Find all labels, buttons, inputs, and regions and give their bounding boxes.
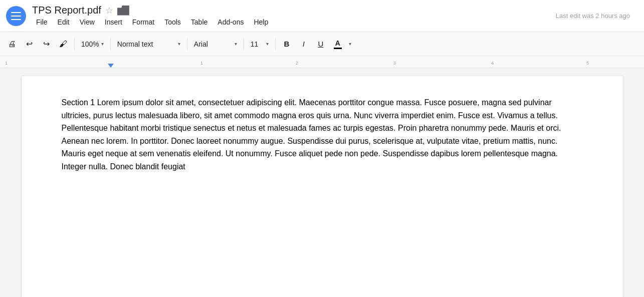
folder-icon[interactable] bbox=[117, 6, 129, 16]
star-icon[interactable]: ☆ bbox=[105, 5, 113, 16]
print-icon: 🖨 bbox=[8, 40, 16, 49]
menu-help[interactable]: Help bbox=[250, 17, 272, 27]
header: TPS Report.pdf ☆ File Edit View Insert F… bbox=[0, 0, 644, 32]
redo-icon: ↪ bbox=[43, 39, 50, 49]
document-page: Section 1 Lorem ipsum dolor sit amet, co… bbox=[22, 76, 623, 297]
title-row: TPS Report.pdf ☆ bbox=[32, 5, 556, 16]
font-color-button[interactable]: A bbox=[330, 36, 346, 52]
menu-addons[interactable]: Add-ons bbox=[213, 17, 248, 27]
ruler-number-6: 5 bbox=[586, 61, 589, 66]
menu-edit[interactable]: Edit bbox=[54, 17, 74, 27]
undo-icon: ↩ bbox=[26, 39, 33, 49]
toolbar-separator-1 bbox=[74, 38, 75, 50]
italic-button[interactable]: I bbox=[296, 36, 312, 52]
ruler-inner: 1 1 2 3 4 5 bbox=[0, 56, 644, 68]
menu-bar: File Edit View Insert Format Tools Table… bbox=[32, 17, 556, 27]
font-family-dropdown[interactable]: Arial ▾ bbox=[190, 36, 241, 52]
font-dropdown-arrow: ▾ bbox=[235, 41, 237, 47]
ruler-number-1: 1 bbox=[5, 61, 8, 66]
toolbar: 🖨 ↩ ↪ 🖌 100% ▾ Normal text ▾ Arial ▾ 11 … bbox=[0, 32, 644, 56]
print-button[interactable]: 🖨 bbox=[4, 36, 20, 52]
undo-button[interactable]: ↩ bbox=[21, 36, 37, 52]
last-edit-status: Last edit was 2 hours ago bbox=[556, 12, 638, 20]
underline-icon: U bbox=[318, 40, 323, 48]
menu-table[interactable]: Table bbox=[187, 17, 211, 27]
menu-insert[interactable]: Insert bbox=[101, 17, 126, 27]
bold-button[interactable]: B bbox=[279, 36, 295, 52]
bold-icon: B bbox=[284, 40, 289, 48]
ruler-number-3: 2 bbox=[296, 61, 298, 66]
font-color-dropdown-arrow[interactable]: ▾ bbox=[349, 41, 351, 47]
document-title[interactable]: TPS Report.pdf bbox=[32, 5, 101, 16]
menu-format[interactable]: Format bbox=[128, 17, 158, 27]
toolbar-separator-4 bbox=[244, 38, 244, 50]
menu-tools[interactable]: Tools bbox=[160, 17, 185, 27]
toolbar-separator-5 bbox=[275, 38, 276, 50]
title-area: TPS Report.pdf ☆ File Edit View Insert F… bbox=[32, 5, 556, 27]
toolbar-separator-2 bbox=[110, 38, 111, 50]
zoom-value: 100% bbox=[81, 40, 99, 48]
paint-format-button[interactable]: 🖌 bbox=[55, 36, 71, 52]
zoom-dropdown-arrow: ▾ bbox=[101, 41, 104, 47]
redo-button[interactable]: ↪ bbox=[38, 36, 54, 52]
menu-file[interactable]: File bbox=[32, 17, 52, 27]
style-dropdown-arrow: ▾ bbox=[178, 41, 180, 47]
document-area: Section 1 Lorem ipsum dolor sit amet, co… bbox=[0, 68, 644, 297]
ruler-number-5: 4 bbox=[491, 61, 494, 66]
tab-marker[interactable] bbox=[108, 64, 114, 68]
font-family-value: Arial bbox=[194, 40, 208, 48]
font-size-dropdown[interactable]: 11 ▾ bbox=[247, 36, 272, 52]
text-style-value: Normal text bbox=[117, 40, 153, 48]
font-color-bar bbox=[334, 48, 342, 49]
paint-format-icon: 🖌 bbox=[59, 40, 67, 49]
zoom-dropdown[interactable]: 100% ▾ bbox=[78, 36, 107, 52]
ruler: 1 1 2 3 4 5 bbox=[0, 56, 644, 68]
ruler-number-2: 1 bbox=[200, 61, 203, 66]
menu-view[interactable]: View bbox=[76, 17, 99, 27]
text-style-dropdown[interactable]: Normal text ▾ bbox=[114, 36, 184, 52]
font-color-letter: A bbox=[335, 39, 340, 47]
font-size-value: 11 bbox=[251, 40, 259, 48]
document-content[interactable]: Section 1 Lorem ipsum dolor sit amet, co… bbox=[62, 96, 583, 173]
italic-icon: I bbox=[303, 40, 305, 48]
toolbar-separator-3 bbox=[187, 38, 187, 50]
size-dropdown-arrow: ▾ bbox=[266, 41, 269, 47]
hamburger-menu-button[interactable] bbox=[6, 6, 26, 26]
underline-button[interactable]: U bbox=[313, 36, 329, 52]
ruler-number-4: 3 bbox=[393, 61, 396, 66]
